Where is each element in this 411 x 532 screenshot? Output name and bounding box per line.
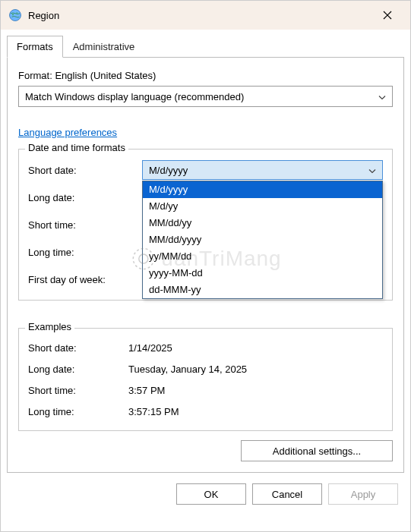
close-icon bbox=[383, 11, 392, 20]
chevron-down-icon bbox=[378, 91, 386, 102]
dropdown-option[interactable]: MM/dd/yyyy bbox=[143, 231, 382, 248]
tab-administrative[interactable]: Administrative bbox=[63, 36, 145, 58]
ex-short-date-label: Short date: bbox=[28, 342, 128, 354]
dialog-button-row: OK Cancel Apply bbox=[1, 479, 410, 514]
long-date-label: Long date: bbox=[28, 192, 142, 203]
ex-long-time-value: 3:57:15 PM bbox=[128, 406, 179, 417]
globe-icon bbox=[8, 8, 22, 22]
date-time-formats-legend: Date and time formats bbox=[25, 142, 128, 153]
short-date-select[interactable]: M/d/yyyy M/d/yyyy M/d/yy MM/dd/yy MM/dd/… bbox=[142, 160, 383, 180]
short-date-value: M/d/yyyy bbox=[149, 165, 188, 176]
language-preferences-link[interactable]: Language preferences bbox=[18, 127, 117, 138]
dropdown-option[interactable]: dd-MMM-yy bbox=[143, 282, 382, 298]
tabstrip: Formats Administrative bbox=[1, 30, 410, 58]
date-time-formats-group: Date and time formats Short date: M/d/yy… bbox=[18, 149, 393, 301]
dropdown-option[interactable]: yy/MM/dd bbox=[143, 248, 382, 265]
ex-short-time-value: 3:57 PM bbox=[128, 385, 165, 396]
ex-long-date-value: Tuesday, January 14, 2025 bbox=[128, 364, 247, 375]
ex-short-date-value: 1/14/2025 bbox=[128, 342, 172, 354]
close-button[interactable] bbox=[372, 1, 403, 30]
short-date-label: Short date: bbox=[28, 165, 142, 176]
tab-formats[interactable]: Formats bbox=[7, 36, 63, 58]
short-time-label: Short time: bbox=[28, 219, 142, 231]
ex-short-time-label: Short time: bbox=[28, 385, 128, 396]
examples-group: Examples Short date: 1/14/2025 Long date… bbox=[18, 328, 393, 431]
format-label: Format: English (United States) bbox=[18, 70, 393, 81]
dropdown-option[interactable]: M/d/yy bbox=[143, 198, 382, 215]
examples-legend: Examples bbox=[25, 321, 74, 332]
chevron-down-icon bbox=[368, 165, 376, 176]
window-title: Region bbox=[28, 10, 372, 21]
titlebar: Region bbox=[1, 1, 410, 30]
format-language-value: Match Windows display language (recommen… bbox=[25, 91, 244, 102]
first-day-label: First day of week: bbox=[28, 274, 142, 285]
svg-point-2 bbox=[17, 12, 18, 14]
dropdown-option[interactable]: yyyy-MM-dd bbox=[143, 265, 382, 282]
ex-long-date-label: Long date: bbox=[28, 364, 128, 375]
dropdown-option[interactable]: M/d/yyyy bbox=[143, 181, 382, 198]
cancel-button[interactable]: Cancel bbox=[252, 483, 322, 505]
dropdown-option[interactable]: MM/dd/yy bbox=[143, 215, 382, 231]
additional-settings-button[interactable]: Additional settings... bbox=[241, 440, 393, 461]
short-date-dropdown: M/d/yyyy M/d/yy MM/dd/yy MM/dd/yyyy yy/M… bbox=[142, 181, 383, 299]
ok-button[interactable]: OK bbox=[176, 483, 246, 505]
svg-point-1 bbox=[12, 14, 14, 15]
svg-point-0 bbox=[10, 10, 21, 21]
ex-long-time-label: Long time: bbox=[28, 406, 128, 417]
format-language-select[interactable]: Match Windows display language (recommen… bbox=[18, 86, 393, 107]
long-time-label: Long time: bbox=[28, 247, 142, 258]
tab-panel-formats: Format: English (United States) Match Wi… bbox=[7, 57, 404, 473]
apply-button[interactable]: Apply bbox=[328, 483, 398, 505]
